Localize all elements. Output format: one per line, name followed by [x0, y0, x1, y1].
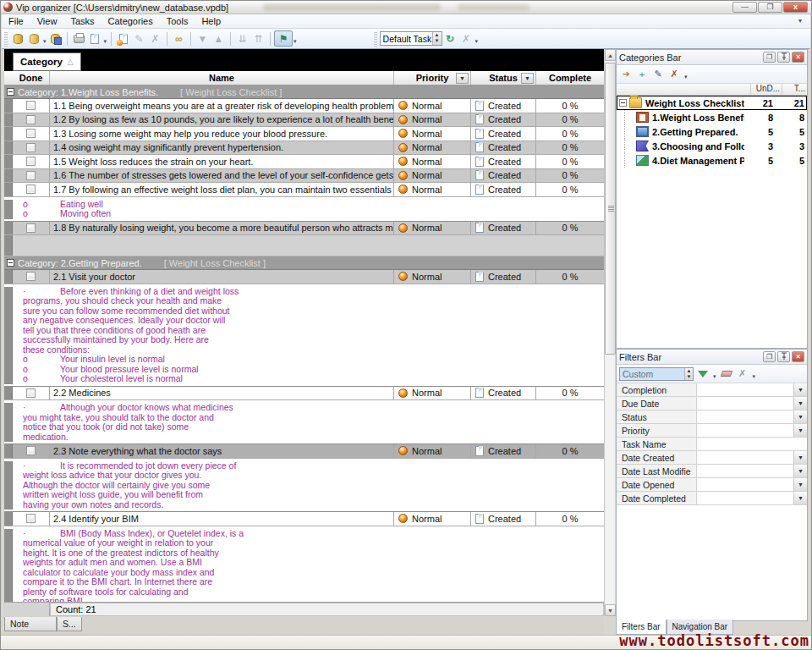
- done-cell[interactable]: [13, 512, 50, 526]
- task-name-cell[interactable]: 2.4 Identify your BIM: [50, 512, 394, 526]
- priority-cell[interactable]: Normal: [394, 127, 471, 140]
- done-checkbox[interactable]: [26, 157, 36, 166]
- menu-help[interactable]: Help: [195, 16, 228, 26]
- panel-pin-icon[interactable]: [777, 351, 790, 362]
- done-checkbox[interactable]: [26, 185, 36, 194]
- done-cell[interactable]: [13, 155, 50, 168]
- tab-s[interactable]: S...: [57, 617, 82, 631]
- done-cell[interactable]: [13, 270, 50, 284]
- open-database-dropdown-icon[interactable]: ▾: [43, 38, 47, 45]
- status-cell[interactable]: Created: [471, 99, 536, 113]
- priority-cell[interactable]: Normal: [394, 387, 471, 400]
- column-header-total[interactable]: T...: [782, 84, 807, 95]
- task-row[interactable]: 1.6 The number of stresses gets lowered …: [4, 169, 604, 184]
- group-by-category-button[interactable]: Category △: [13, 52, 81, 71]
- filter-dropdown-icon[interactable]: ▼: [793, 424, 807, 437]
- complete-cell[interactable]: 0 %: [536, 512, 604, 526]
- tree-item-1-weight-loss-benefits[interactable]: 1.Weight Loss Benefits.88: [617, 110, 807, 124]
- column-header-done[interactable]: Done: [13, 71, 50, 85]
- task-name-cell[interactable]: 1.6 The number of stresses gets lowered …: [50, 169, 394, 183]
- priority-cell[interactable]: Normal: [394, 270, 471, 284]
- scrollbar-thumb[interactable]: [605, 63, 616, 355]
- show-notes-toggle[interactable]: ⚑: [274, 30, 293, 47]
- close-button[interactable]: x: [783, 2, 808, 13]
- filter-value-input[interactable]: [697, 410, 793, 423]
- tree-item-3-choosing-and-following-your[interactable]: 3.Choosing and Following Your33: [617, 139, 807, 153]
- status-cell[interactable]: Created: [471, 387, 536, 400]
- move-up-icon[interactable]: ▲: [211, 31, 226, 46]
- status-cell[interactable]: Created: [471, 183, 536, 196]
- priority-cell[interactable]: Normal: [394, 169, 471, 183]
- task-row[interactable]: 2.4 Identify your BIMNormalCreated0 %: [4, 512, 604, 526]
- filter-dropdown-icon[interactable]: ▼: [793, 410, 807, 423]
- scroll-down-icon[interactable]: ▼: [605, 604, 616, 616]
- done-checkbox[interactable]: [26, 446, 36, 455]
- apply-view-icon[interactable]: ↻: [443, 31, 458, 46]
- save-database-icon[interactable]: [48, 31, 63, 46]
- task-row[interactable]: 1.2 By losing as few as 10 pounds, you a…: [4, 113, 604, 128]
- task-name-cell[interactable]: 1.1 Being overweight means you are at a …: [50, 99, 394, 113]
- new-database-icon[interactable]: [11, 31, 25, 46]
- status-cell[interactable]: Created: [471, 512, 536, 526]
- status-cell[interactable]: Created: [471, 270, 536, 284]
- task-name-cell[interactable]: 2.2 Medicines: [50, 387, 394, 400]
- move-bottom-icon[interactable]: ⇊: [235, 31, 250, 46]
- new-category-icon[interactable]: ➜: [619, 68, 633, 80]
- done-checkbox[interactable]: [26, 143, 36, 152]
- apply-filter-dropdown-icon[interactable]: ▾: [713, 373, 716, 380]
- complete-cell[interactable]: 0 %: [536, 222, 604, 235]
- vertical-scrollbar[interactable]: ▲ ▼: [604, 49, 615, 616]
- complete-cell[interactable]: 0 %: [536, 444, 604, 458]
- toolbar-grip[interactable]: [4, 31, 8, 47]
- delete-category-icon[interactable]: ✗: [667, 68, 681, 80]
- done-checkbox[interactable]: [26, 514, 36, 523]
- column-header-priority[interactable]: Priority ▼: [394, 71, 471, 85]
- priority-cell[interactable]: Normal: [394, 222, 471, 235]
- task-name-cell[interactable]: 1.7 By following an effective weight los…: [50, 183, 394, 196]
- task-row[interactable]: 2.1 Visit your doctorNormalCreated0 %: [4, 270, 604, 284]
- done-cell[interactable]: [13, 169, 50, 183]
- menubar-options-chevron-icon[interactable]: ▾: [798, 17, 802, 25]
- filter-dropdown-icon[interactable]: ▼: [793, 478, 807, 491]
- scroll-up-icon[interactable]: ▲: [605, 49, 616, 61]
- done-cell[interactable]: [13, 387, 50, 400]
- done-cell[interactable]: [13, 222, 50, 235]
- filter-preset-dropdown-icon[interactable]: ▲▼: [684, 368, 693, 380]
- column-header-complete[interactable]: Complete: [536, 71, 604, 85]
- status-cell[interactable]: Created: [471, 155, 536, 168]
- filters-toolbar-more-icon[interactable]: ▾: [753, 373, 756, 380]
- clear-view-icon[interactable]: ✗: [459, 31, 474, 46]
- category-group-row[interactable]: Category: 1.Weight Loss Benefits.[ Weigh…: [4, 85, 604, 99]
- done-checkbox[interactable]: [26, 115, 36, 124]
- task-row[interactable]: 1.7 By following an effective weight los…: [4, 183, 604, 197]
- priority-cell[interactable]: Normal: [394, 113, 471, 127]
- panel-pin-icon[interactable]: [777, 52, 790, 63]
- new-task-icon[interactable]: [116, 31, 130, 46]
- collapse-icon[interactable]: [7, 88, 14, 96]
- tab-note[interactable]: Note: [4, 617, 57, 631]
- status-cell[interactable]: Created: [471, 141, 536, 155]
- menu-tools[interactable]: Tools: [160, 16, 195, 26]
- task-row[interactable]: 1.4 osing weight may significantly preve…: [4, 141, 604, 156]
- task-view-dropdown-icon[interactable]: ▲▼: [432, 32, 442, 45]
- filter-value-input[interactable]: [697, 451, 793, 464]
- done-checkbox[interactable]: [26, 388, 36, 398]
- tree-item-2-getting-prepared[interactable]: 2.Getting Prepared.55: [617, 124, 807, 139]
- task-name-cell[interactable]: 2.1 Visit your doctor: [50, 270, 394, 284]
- title-bar[interactable]: Vip organizer [C:\Users\dmitry\new_datab…: [1, 1, 811, 14]
- filter-dropdown-icon[interactable]: ▼: [793, 451, 807, 464]
- task-name-cell[interactable]: 2.3 Note everything what the doctor says: [50, 444, 394, 458]
- complete-cell[interactable]: 0 %: [536, 113, 604, 127]
- panel-restore-icon[interactable]: ❐: [763, 351, 776, 362]
- complete-cell[interactable]: 0 %: [536, 270, 604, 284]
- filter-value-input[interactable]: [697, 397, 793, 410]
- filter-value-input[interactable]: [697, 465, 793, 477]
- menu-view[interactable]: View: [30, 16, 64, 26]
- task-row[interactable]: 1.1 Being overweight means you are at a …: [4, 99, 604, 113]
- complete-cell[interactable]: 0 %: [536, 183, 604, 196]
- done-checkbox[interactable]: [26, 129, 36, 138]
- priority-filter-dropdown-icon[interactable]: ▼: [456, 73, 469, 84]
- done-checkbox[interactable]: [26, 272, 36, 281]
- complete-cell[interactable]: 0 %: [536, 169, 604, 183]
- filter-value-input[interactable]: [697, 478, 793, 491]
